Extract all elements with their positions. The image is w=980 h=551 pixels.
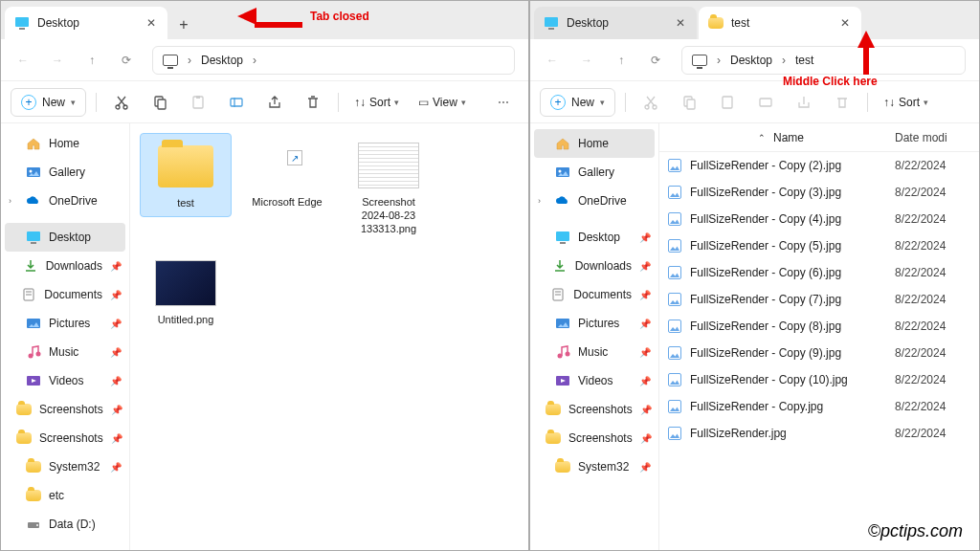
forward-button[interactable]: → xyxy=(49,52,66,69)
new-button[interactable]: +New▾ xyxy=(540,88,615,117)
list-item[interactable]: FullSizeRender - Copy (6).jpg8/22/2024 xyxy=(659,259,979,286)
list-item[interactable]: FullSizeRender - Copy.jpg8/22/2024 xyxy=(659,393,979,420)
copy-button[interactable] xyxy=(145,88,175,117)
share-button[interactable] xyxy=(789,88,819,117)
file-item[interactable]: Untitled.png xyxy=(140,251,232,333)
address-bar[interactable]: › Desktop › xyxy=(152,46,515,75)
list-item[interactable]: FullSizeRender - Copy (5).jpg8/22/2024 xyxy=(659,232,979,259)
list-item[interactable]: FullSizeRender - Copy (2).jpg8/22/2024 xyxy=(659,152,979,179)
sidebar-item-datad[interactable]: Data (D:) xyxy=(1,510,129,539)
column-date[interactable]: Date modi xyxy=(895,131,971,144)
sidebar-item-onedrive[interactable]: ›OneDrive xyxy=(1,187,129,215)
sidebar-item-system32[interactable]: System32📌 xyxy=(1,452,129,481)
paste-button[interactable] xyxy=(183,88,213,117)
back-button[interactable]: ← xyxy=(544,52,561,69)
copy-button[interactable] xyxy=(674,88,704,117)
list-item[interactable]: FullSizeRender.jpg8/22/2024 xyxy=(659,420,979,447)
list-item[interactable]: FullSizeRender - Copy (8).jpg8/22/2024 xyxy=(659,313,979,340)
sidebar-item-videos[interactable]: Videos📌 xyxy=(1,366,129,395)
content-area[interactable]: ⌃Name Date modi FullSizeRender - Copy (2… xyxy=(659,123,979,550)
sidebar-item-screenshots[interactable]: Screenshots📌 xyxy=(1,395,129,424)
delete-button[interactable] xyxy=(298,88,328,117)
image-file-icon xyxy=(667,426,682,441)
sidebar-item-documents[interactable]: Documents📌 xyxy=(1,280,129,309)
sidebar-item-screenshots[interactable]: Screenshots📌 xyxy=(530,395,658,424)
shortcut-icon: ↗ xyxy=(287,150,302,165)
sidebar-item-label: Downloads xyxy=(575,259,632,273)
close-tab-icon[interactable]: ✕ xyxy=(674,16,687,30)
new-tab-button[interactable]: + xyxy=(169,11,198,39)
list-item[interactable]: FullSizeRender - Copy (4).jpg8/22/2024 xyxy=(659,206,979,232)
file-date: 8/22/2024 xyxy=(895,159,971,172)
sidebar-item-system32[interactable]: System32📌 xyxy=(530,452,658,481)
file-item[interactable]: ↗Microsoft Edge xyxy=(241,133,333,215)
sidebar-item-pictures[interactable]: Pictures📌 xyxy=(530,309,658,338)
sidebar-item-home[interactable]: Home xyxy=(534,129,655,158)
list-item[interactable]: FullSizeRender - Copy (3).jpg8/22/2024 xyxy=(659,179,979,206)
sidebar-item-desktop[interactable]: Desktop📌 xyxy=(530,223,658,252)
sort-button[interactable]: ↑↓Sort▾ xyxy=(878,96,934,109)
refresh-button[interactable]: ⟳ xyxy=(647,52,664,69)
sidebar-item-home[interactable]: Home xyxy=(1,129,129,158)
file-item[interactable]: Screenshot 2024-08-23 133313.png xyxy=(343,133,434,241)
tab-desktop[interactable]: Desktop ✕ xyxy=(5,7,167,39)
sidebar-item-pictures[interactable]: Pictures📌 xyxy=(1,309,129,338)
tab-desktop[interactable]: Desktop ✕ xyxy=(534,7,697,39)
sidebar-item-documents[interactable]: Documents📌 xyxy=(530,280,658,309)
more-button[interactable]: ⋯ xyxy=(488,88,519,117)
toolbar: +New▾ ↑↓Sort▾ ▭View▾ ⋯ xyxy=(1,81,528,123)
sort-button[interactable]: ↑↓Sort▾ xyxy=(348,96,405,109)
rename-button[interactable] xyxy=(221,88,252,117)
tab-test[interactable]: test ✕ xyxy=(699,7,861,39)
up-button[interactable]: ↑ xyxy=(83,52,100,69)
new-button[interactable]: +New▾ xyxy=(11,88,86,117)
sidebar-item-screenshots[interactable]: Screenshots📌 xyxy=(1,424,129,452)
close-tab-icon[interactable]: ✕ xyxy=(145,16,158,30)
paste-button[interactable] xyxy=(712,88,743,117)
cut-button[interactable] xyxy=(106,88,137,117)
sidebar-item-desktop[interactable]: Desktop xyxy=(5,223,125,252)
view-button[interactable]: ▭View▾ xyxy=(412,96,472,109)
rename-button[interactable] xyxy=(750,88,781,117)
sidebar: HomeGallery›OneDriveDesktopDownloads📌Doc… xyxy=(1,123,130,550)
svg-rect-8 xyxy=(231,99,242,106)
list-item[interactable]: FullSizeRender - Copy (10).jpg8/22/2024 xyxy=(659,366,979,393)
sidebar-item-music[interactable]: Music📌 xyxy=(1,338,129,366)
sidebar-item-gallery[interactable]: Gallery xyxy=(1,158,129,187)
sidebar-item-label: Pictures xyxy=(578,317,619,330)
file-date: 8/22/2024 xyxy=(895,186,971,199)
file-item[interactable]: test xyxy=(140,133,232,217)
file-name: FullSizeRender - Copy (6).jpg xyxy=(690,266,895,279)
sidebar-item-onedrive[interactable]: ›OneDrive xyxy=(530,187,658,215)
delete-button[interactable] xyxy=(827,88,858,117)
folder-icon xyxy=(16,402,32,417)
pin-icon: 📌 xyxy=(110,261,122,272)
list-item[interactable]: FullSizeRender - Copy (9).jpg8/22/2024 xyxy=(659,340,979,366)
back-button[interactable]: ← xyxy=(14,52,32,69)
refresh-button[interactable]: ⟳ xyxy=(118,52,135,69)
desktop-icon xyxy=(555,230,570,245)
watermark: ©pctips.com xyxy=(868,521,963,541)
column-name[interactable]: ⌃Name xyxy=(667,131,895,144)
share-button[interactable] xyxy=(259,88,290,117)
breadcrumb-test[interactable]: test xyxy=(795,54,813,67)
close-tab-icon[interactable]: ✕ xyxy=(838,16,852,30)
content-area[interactable]: test↗Microsoft EdgeScreenshot 2024-08-23… xyxy=(130,123,528,550)
breadcrumb-desktop[interactable]: Desktop xyxy=(201,54,243,67)
sidebar-item-downloads[interactable]: Downloads📌 xyxy=(530,252,658,280)
address-bar[interactable]: › Desktop › test xyxy=(681,46,966,75)
sidebar-item-etc[interactable]: etc xyxy=(1,481,129,510)
sidebar-item-downloads[interactable]: Downloads📌 xyxy=(1,252,129,280)
cut-button[interactable] xyxy=(635,88,666,117)
sidebar-item-music[interactable]: Music📌 xyxy=(530,338,658,366)
image-file-icon xyxy=(667,265,682,280)
sidebar-item-videos[interactable]: Videos📌 xyxy=(530,366,658,395)
sidebar-item-screenshots[interactable]: Screenshots📌 xyxy=(530,424,658,452)
forward-button[interactable]: → xyxy=(578,52,595,69)
breadcrumb-desktop[interactable]: Desktop xyxy=(730,54,772,67)
explorer-window-left: Desktop ✕ + ← → ↑ ⟳ › Desktop › +New▾ ↑↓… xyxy=(0,0,529,551)
sidebar-item-gallery[interactable]: Gallery xyxy=(530,158,658,187)
up-button[interactable]: ↑ xyxy=(612,52,630,69)
list-item[interactable]: FullSizeRender - Copy (7).jpg8/22/2024 xyxy=(659,286,979,313)
file-date: 8/22/2024 xyxy=(895,373,971,386)
